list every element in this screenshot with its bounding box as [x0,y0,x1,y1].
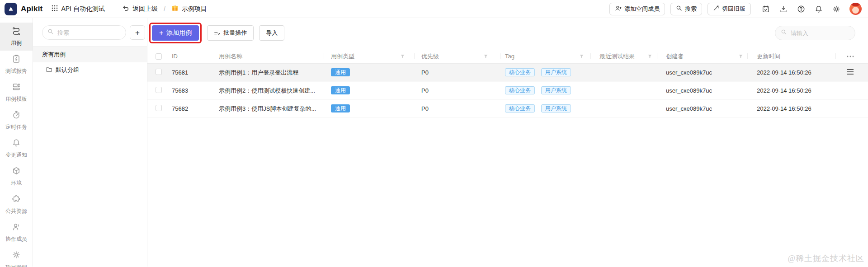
tag-badge: 用户系统 [541,104,571,112]
row-actions-icon[interactable] [847,68,854,76]
case-name-link[interactable]: 示例用例3：使用JS脚本创建复杂的... [219,105,316,112]
timer-icon [12,110,21,121]
folder-icon [46,66,52,74]
case-flow-icon [12,26,21,37]
table-row[interactable]: 75681 示例用例1：用户登录登出流程 通用 P0 核心业务 用户系统 use… [147,64,868,82]
project-gift-icon [171,5,179,13]
tag-badge: 用户系统 [541,68,571,76]
col-name: 用例名称 [211,49,324,63]
filter-funnel-icon[interactable] [579,54,584,59]
row-checkbox[interactable] [156,105,162,111]
col-last-result: 最近测试结果 [590,49,657,63]
batch-operation-button[interactable]: 批量操作 [207,25,254,41]
batch-list-icon [214,29,220,37]
magic-wand-icon [713,5,719,13]
watermark: @稀土掘金技术社区 [788,253,864,264]
col-type: 用例类型 [324,49,414,63]
priority-value: P0 [421,87,429,94]
puzzle-icon [12,194,21,205]
grid-menu-icon [52,5,58,13]
notifications-bell-icon[interactable] [815,5,823,13]
download-icon[interactable] [779,5,788,13]
environment-cube-icon [12,166,21,177]
column-settings-icon[interactable] [847,56,854,57]
template-layout-icon [12,82,21,93]
brand-name: Apikit [21,5,42,14]
case-table: ID 用例名称 用例类型 优先级 Tag 最近测试结果 创建者 更新时间 [147,49,868,118]
sidebar-item-members[interactable]: 协作成员 [0,219,33,247]
members-person-icon [12,222,21,233]
switch-old-version-button[interactable]: 切回旧版 [708,3,751,15]
col-actions [835,49,868,63]
col-creator: 创建者 [657,49,747,63]
case-toolbar: + 添加用例 批量操作 导入 [147,18,868,43]
tag-badge: 用户系统 [541,86,571,94]
case-search-box[interactable] [775,26,855,40]
sidebar-item-project-management[interactable]: 项目管理 [0,247,33,267]
case-group-panel: + 所有用例 默认分组 [33,18,147,267]
annotation-highlight-box: + 添加用例 [149,23,202,43]
table-row[interactable]: 75682 示例用例3：使用JS脚本创建复杂的... 通用 P0 核心业务 用户… [147,100,868,118]
topbar-icon-group [762,5,840,13]
all-cases-item[interactable]: 所有用例 [33,46,147,62]
search-icon [781,29,787,37]
priority-value: P0 [421,105,429,112]
search-icon [47,28,54,37]
breadcrumb-separator: / [164,5,165,13]
tree-toolbar: + [33,18,147,46]
case-list-area: + 添加用例 批量操作 导入 [147,18,868,267]
priority-value: P0 [421,69,429,76]
workspace-name: API 自动化测试 [61,5,104,13]
import-button[interactable]: 导入 [259,25,284,41]
breadcrumb-project[interactable]: 示例项目 [171,5,207,13]
case-name-link[interactable]: 示例用例2：使用测试模板快速创建... [219,87,315,94]
help-icon[interactable] [797,5,805,13]
project-name: 示例项目 [182,5,207,13]
case-type-badge: 通用 [331,68,350,76]
sidebar-item-test-reports[interactable]: 测试报告 [0,51,33,79]
tag-badge: 核心业务 [505,104,535,112]
filter-funnel-icon[interactable] [483,54,488,59]
filter-funnel-icon[interactable] [647,54,652,59]
back-to-parent-button[interactable]: 返回上级 [122,5,158,13]
group-search-box[interactable] [42,25,126,40]
back-arrow-icon [122,5,129,13]
row-checkbox[interactable] [156,69,162,75]
add-case-button[interactable]: + 添加用例 [152,25,199,41]
table-row[interactable]: 75683 示例用例2：使用测试模板快速创建... 通用 P0 核心业务 用户系… [147,82,868,100]
topbar-actions: 添加空间成员 搜索 切回旧版 [604,3,862,15]
col-id: ID [167,49,211,63]
group-item-default[interactable]: 默认分组 [33,62,147,78]
tag-badge: 核心业务 [505,86,535,94]
user-avatar[interactable] [849,3,862,15]
apikit-logo-icon[interactable] [5,3,17,15]
add-space-member-button[interactable]: 添加空间成员 [609,3,665,15]
search-icon [676,5,682,13]
tag-badge: 核心业务 [505,68,535,76]
sidebar-item-change-notifications[interactable]: 变更通知 [0,135,33,163]
sidebar-item-cases[interactable]: 用例 [0,23,33,51]
add-group-button[interactable]: + [130,25,145,40]
global-search-button[interactable]: 搜索 [670,3,702,15]
sidebar-item-shared-resources[interactable]: 公共资源 [0,191,33,219]
select-all-checkbox[interactable] [156,53,162,60]
workspace-switcher[interactable]: API 自动化测试 [52,5,104,13]
changelog-calendar-icon[interactable] [762,5,770,13]
filter-funnel-icon[interactable] [738,54,743,59]
report-clipboard-icon [12,54,21,65]
sidebar-item-environments[interactable]: 环境 [0,163,33,191]
row-checkbox[interactable] [156,87,162,93]
col-updated: 更新时间 [747,49,835,63]
sidebar-item-scheduled-tasks[interactable]: 定时任务 [0,107,33,135]
sidebar-item-case-templates[interactable]: 用例模板 [0,79,33,107]
person-plus-icon [615,5,622,13]
settings-gear-icon[interactable] [832,5,840,13]
case-type-badge: 通用 [331,86,350,94]
case-search-input[interactable] [790,29,849,37]
group-search-input[interactable] [57,29,121,37]
module-sidebar: 用例 测试报告 用例模板 定时任务 变更通知 [0,18,33,267]
filter-funnel-icon[interactable] [400,54,405,59]
case-name-link[interactable]: 示例用例1：用户登录登出流程 [219,69,298,76]
back-label: 返回上级 [132,5,158,13]
topbar: Apikit API 自动化测试 返回上级 / [0,0,868,18]
